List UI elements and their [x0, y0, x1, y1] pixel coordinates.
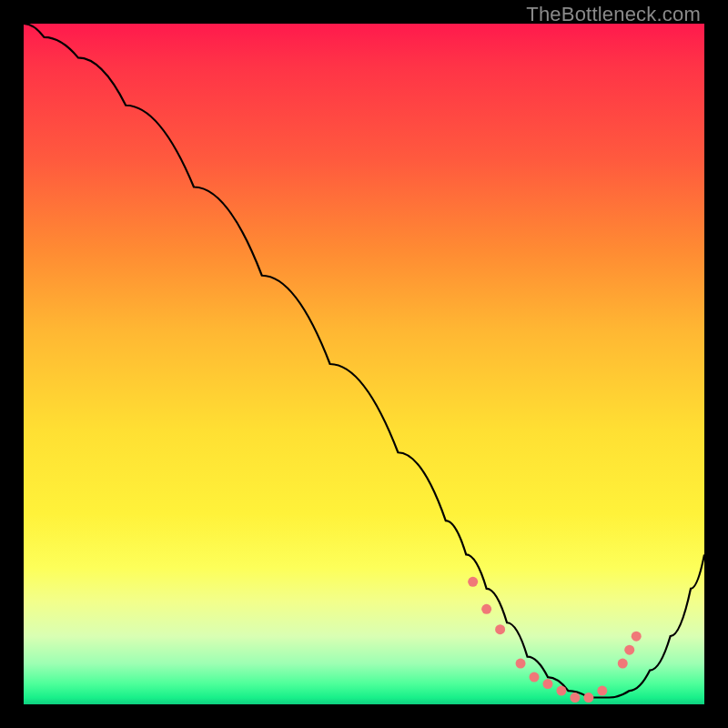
marker-dot — [542, 679, 552, 689]
curve-svg — [24, 24, 704, 704]
marker-dot — [516, 659, 526, 669]
chart-frame: TheBottleneck.com — [0, 0, 728, 728]
marker-dot — [481, 604, 491, 614]
plot-area — [24, 24, 704, 704]
marker-dot — [468, 577, 478, 587]
marker-dot — [530, 672, 540, 682]
marker-dot — [632, 632, 642, 642]
marker-dot — [495, 624, 505, 634]
marker-dot — [624, 645, 634, 655]
marker-dot — [556, 686, 566, 696]
bottleneck-curve — [24, 24, 704, 698]
marker-dot — [583, 693, 593, 703]
curve-path-group — [24, 24, 704, 698]
marker-dot — [618, 659, 628, 669]
optimal-markers — [468, 577, 642, 703]
marker-dot — [597, 686, 607, 696]
marker-dot — [570, 693, 580, 703]
